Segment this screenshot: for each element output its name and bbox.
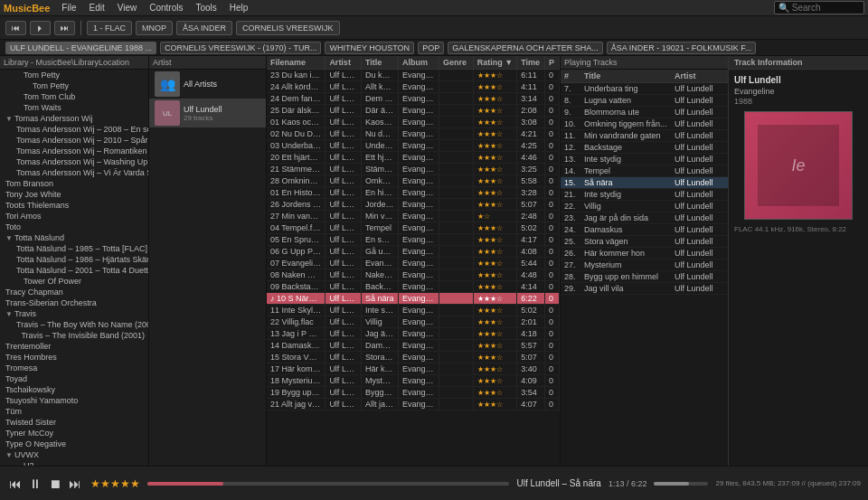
- table-row[interactable]: 11 Inte Skyldig.flac Ulf Lundell Inte sk…: [267, 305, 560, 316]
- table-row[interactable]: 09 Backstage.flac Ulf Lundell Backstage …: [267, 281, 560, 293]
- play-pause-button[interactable]: ⏵: [30, 21, 51, 35]
- library-item[interactable]: ▼ Totta Näslund: [0, 232, 148, 243]
- table-row[interactable]: 27 Min vandrande vän.flac Ulf Lundell Mi…: [267, 211, 560, 222]
- table-row[interactable]: 03 Underbara Ting.flac Ulf Lundell Under…: [267, 140, 560, 152]
- library-item[interactable]: ▼ Travis: [0, 308, 148, 319]
- table-row[interactable]: ♪ 10 S Nära.flac Ulf Lundell Så nära Eva…: [267, 293, 560, 305]
- toolbar-tag-cornelis[interactable]: CORNELIS VREESWIJK: [236, 21, 340, 35]
- library-item[interactable]: ▼ Tomas Andersson Wij: [0, 113, 148, 124]
- table-row[interactable]: 13 Jag i P Din Sida.flac Ulf Lundell Jag…: [267, 328, 560, 340]
- table-row[interactable]: 20 Ett hjärta av sten.flac Ulf Lundell E…: [267, 152, 560, 164]
- library-item[interactable]: Tomas Andersson Wij – 2010 – Spår: [0, 135, 148, 146]
- table-row[interactable]: 06 G Upp P Klipppen.flac Ulf Lundell Gå …: [267, 246, 560, 258]
- library-item[interactable]: Tyner McCoy: [0, 428, 148, 439]
- table-row[interactable]: 11. Min vandrande gaten Ulf Lundell: [561, 130, 728, 142]
- menu-controls[interactable]: Controls: [146, 2, 185, 14]
- library-item[interactable]: Tomas Andersson Wij – Washing Up: [0, 156, 148, 167]
- table-row[interactable]: 14. Tempel Ulf Lundell: [561, 165, 728, 177]
- table-row[interactable]: 08 Naken Nerfr Gatan.flac Ulf Lundell Na…: [267, 269, 560, 281]
- library-item[interactable]: Trentemoller: [0, 341, 148, 352]
- rating-display[interactable]: ★★★★★: [90, 477, 140, 490]
- menu-view[interactable]: View: [115, 2, 140, 14]
- toolbar-tag-mnop[interactable]: MNOP: [136, 21, 173, 35]
- library-item[interactable]: Tüm: [0, 406, 148, 417]
- library-item[interactable]: ▼ UVWX: [0, 449, 148, 460]
- table-row[interactable]: 22. Villig Ulf Lundell: [561, 201, 728, 212]
- next-ctrl[interactable]: ⏭: [67, 475, 83, 493]
- table-row[interactable]: 27. Mysterium Ulf Lundell: [561, 259, 728, 271]
- table-row[interactable]: 28 Omkning tiggen från Luossa.flac Ulf L…: [267, 175, 560, 187]
- table-row[interactable]: 15. Så nära Ulf Lundell: [561, 177, 728, 189]
- table-row[interactable]: 05 En Spruken Vas.flac Ulf Lundell En sp…: [267, 234, 560, 246]
- table-row[interactable]: 12. Backstage Ulf Lundell: [561, 142, 728, 154]
- library-item[interactable]: Travis – The Boy With No Name (2007): [0, 319, 148, 330]
- col-time[interactable]: Time: [517, 56, 545, 70]
- col-genre[interactable]: Genre: [439, 56, 473, 70]
- table-row[interactable]: 13. Inte stydig Ulf Lundell: [561, 154, 728, 165]
- table-row[interactable]: 14 Damaskus.flac Ulf Lundell Damaskus Ev…: [267, 340, 560, 352]
- library-item[interactable]: Tom Waits: [0, 102, 148, 113]
- library-item[interactable]: Tony Joe White: [0, 189, 148, 200]
- table-row[interactable]: 28. Bygg upp en himmel Ulf Lundell: [561, 271, 728, 283]
- library-item[interactable]: Totta Näslund – 1985 – Totta [FLAC]: [0, 243, 148, 254]
- col-artist[interactable]: Artist: [326, 56, 362, 70]
- next-button[interactable]: ⏭: [54, 21, 75, 35]
- table-row[interactable]: 8. Lugna vatten Ulf Lundell: [561, 95, 728, 107]
- toolbar-tag-flac[interactable]: 1 - FLAC: [87, 21, 132, 35]
- library-item[interactable]: Toto: [0, 222, 148, 232]
- library-item[interactable]: Tom Tom Club: [0, 91, 148, 102]
- table-row[interactable]: 01 Kaos och kärlek (demo).flac Ulf Lunde…: [267, 117, 560, 128]
- library-item[interactable]: Tschaikowsky: [0, 384, 148, 395]
- np-tag-cornelis[interactable]: CORNELIS VREESWIJK - (1970) - TUR...: [160, 42, 321, 54]
- table-row[interactable]: 23 Du kan inte ljuga för ett hjärta.flac…: [267, 70, 560, 81]
- library-item[interactable]: Type O Negative: [0, 439, 148, 449]
- np-tag-ulf[interactable]: ULF LUNDELL - EVANGELINE 1988 ...: [5, 42, 156, 54]
- table-row[interactable]: 02 Nu Du Dansar.flac Ulf Lundell Nu du d…: [267, 128, 560, 140]
- library-item[interactable]: Toyad: [0, 373, 148, 384]
- col-p[interactable]: P: [545, 56, 560, 70]
- library-item[interactable]: Trans-Siberian Orchestra: [0, 297, 148, 308]
- stop-ctrl[interactable]: ⏹: [47, 475, 63, 493]
- library-item[interactable]: Tom Petty: [0, 80, 148, 91]
- library-item[interactable]: Tres Hombres: [0, 352, 148, 363]
- library-item[interactable]: Tower Of Power: [0, 276, 148, 287]
- library-item[interactable]: U2: [0, 460, 148, 466]
- col-filename[interactable]: Filename: [267, 56, 326, 70]
- library-item[interactable]: Totta Näslund – 1986 – Hjärtats Skära Ru…: [0, 254, 148, 265]
- library-item[interactable]: Tracy Chapman: [0, 287, 148, 297]
- table-row[interactable]: 21 Allt jag vill.flac Ulf Lundell Allt j…: [267, 399, 560, 410]
- table-row[interactable]: 7. Underbara ting Ulf Lundell: [561, 83, 728, 95]
- library-item[interactable]: Tomas Andersson Wij – Romantiken [2012]: [0, 146, 148, 156]
- table-row[interactable]: 24 Allt körde Du Har.flac Ulf Lundell Al…: [267, 81, 560, 93]
- menu-help[interactable]: Help: [227, 2, 251, 14]
- table-row[interactable]: 10. Omkning tiggern från... Ulf Lundell: [561, 118, 728, 130]
- table-row[interactable]: 29. Jag vill vila Ulf Lundell: [561, 283, 728, 295]
- table-row[interactable]: 24 Dem fann en gyllene regel.flac Ulf Lu…: [267, 93, 560, 105]
- toolbar-tag-asa[interactable]: ÅSA INDER: [176, 21, 232, 35]
- library-item[interactable]: Tori Amos: [0, 211, 148, 222]
- prev-button[interactable]: ⏮: [5, 21, 26, 35]
- artist-item[interactable]: UL Ulf Lundell 29 tracks: [149, 99, 266, 127]
- col-title[interactable]: Title: [361, 56, 398, 70]
- table-row[interactable]: 26. Här kommer hon Ulf Lundell: [561, 248, 728, 259]
- library-item[interactable]: Tomas Andersson Wij – 2008 – En sommar: [0, 124, 148, 135]
- table-row[interactable]: 21 Stämmen i vattnet.flac Ulf Lundell St…: [267, 164, 560, 175]
- menu-tools[interactable]: Tools: [193, 2, 219, 14]
- library-item[interactable]: Twisted Sister: [0, 417, 148, 428]
- table-row[interactable]: 26 Jordens hemnar.flac Ulf Lundell Jorde…: [267, 199, 560, 211]
- library-item[interactable]: Tomas Andersson Wij – Vi Är Varda Så Myc: [0, 167, 148, 178]
- search-input[interactable]: [774, 1, 864, 14]
- library-item[interactable]: Tom Petty: [0, 70, 148, 80]
- table-row[interactable]: 21. Inte stydig Ulf Lundell: [561, 189, 728, 201]
- library-item[interactable]: Toots Thielemans: [0, 200, 148, 211]
- prev-ctrl[interactable]: ⏮: [7, 475, 24, 493]
- table-row[interactable]: 01 En Historia.flac Ulf Lundell En histo…: [267, 187, 560, 199]
- table-row[interactable]: 25. Stora vägen Ulf Lundell: [561, 236, 728, 248]
- library-item[interactable]: Tom Branson: [0, 178, 148, 189]
- volume-bar[interactable]: [654, 482, 708, 486]
- col-album[interactable]: Album: [398, 56, 439, 70]
- table-row[interactable]: 9. Blommorna ute Ulf Lundell: [561, 107, 728, 118]
- progress-bar[interactable]: [147, 482, 509, 486]
- col-rating[interactable]: Rating ▼: [473, 56, 516, 70]
- np-tag-asa[interactable]: ÅSA INDER - 19021 - FOLKMUSIK F...: [607, 42, 757, 54]
